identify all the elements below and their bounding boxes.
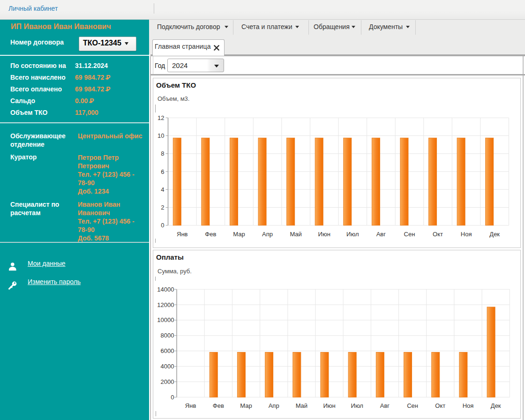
svg-text:10: 10 <box>158 132 164 139</box>
svg-text:Сен: Сен <box>407 402 418 409</box>
svg-text:Ноя: Ноя <box>463 402 474 409</box>
svg-text:6: 6 <box>161 168 164 175</box>
svg-text:0: 0 <box>161 222 164 229</box>
svg-text:4: 4 <box>161 186 164 193</box>
svg-text:2000: 2000 <box>161 378 174 385</box>
svg-text:Июл: Июл <box>351 402 363 409</box>
svg-text:Июл: Июл <box>346 231 359 238</box>
svg-text:Ноя: Ноя <box>461 231 472 238</box>
svg-text:Авг: Авг <box>376 231 386 238</box>
svg-text:4000: 4000 <box>161 363 174 370</box>
svg-text:Дек: Дек <box>489 231 500 238</box>
svg-text:14000: 14000 <box>157 286 174 293</box>
svg-text:Сен: Сен <box>404 231 415 238</box>
svg-text:0: 0 <box>171 394 174 401</box>
svg-text:Дек: Дек <box>491 402 501 409</box>
svg-text:Июн: Июн <box>318 231 330 238</box>
svg-text:8: 8 <box>161 150 164 157</box>
svg-text:Мар: Мар <box>233 231 245 238</box>
svg-text:Янв: Янв <box>185 402 196 409</box>
svg-text:Мар: Мар <box>240 402 252 409</box>
svg-text:Фев: Фев <box>213 402 224 409</box>
svg-text:Апр: Апр <box>262 231 273 238</box>
svg-text:12: 12 <box>158 114 164 121</box>
svg-text:Апр: Апр <box>269 402 279 409</box>
svg-text:Янв: Янв <box>177 231 188 238</box>
svg-text:Окт: Окт <box>433 231 443 238</box>
svg-text:Авг: Авг <box>380 402 390 409</box>
svg-text:Фев: Фев <box>205 231 216 238</box>
svg-text:Май: Май <box>290 231 301 238</box>
svg-text:10000: 10000 <box>157 316 174 323</box>
svg-text:Окт: Окт <box>435 402 445 409</box>
svg-text:6000: 6000 <box>161 347 174 354</box>
svg-text:2: 2 <box>161 204 164 211</box>
svg-text:Июн: Июн <box>323 402 335 409</box>
svg-text:Май: Май <box>296 402 308 409</box>
svg-text:8000: 8000 <box>161 332 174 339</box>
svg-text:12000: 12000 <box>157 301 174 308</box>
